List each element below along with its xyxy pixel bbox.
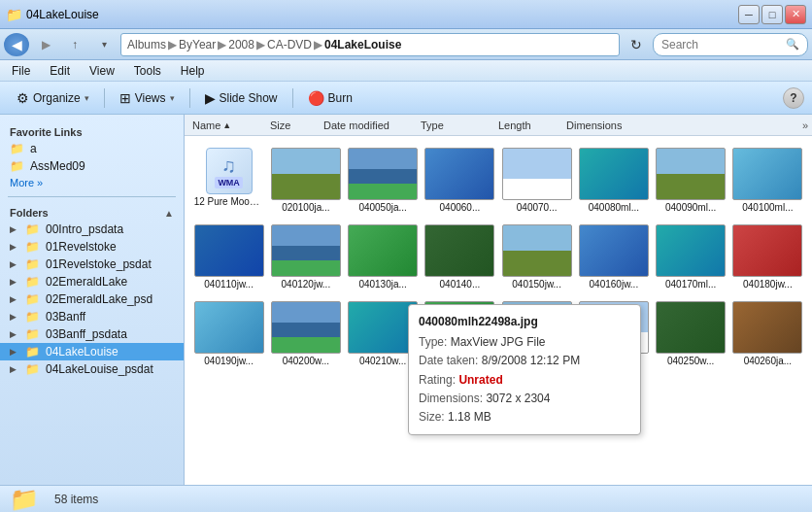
file-name: 040050ja... — [348, 202, 418, 213]
sidebar-item-04lakelouise-psd[interactable]: ▶ 📁 04LakeLouise_psdat — [0, 360, 184, 378]
views-button[interactable]: ⊞ Views ▾ — [111, 85, 184, 111]
expand-icon-04ll-psd: ▶ — [10, 364, 19, 374]
list-item[interactable]: 040180jw... — [731, 221, 804, 293]
sidebar-label-02em-psd: 02EmeraldLake_psd — [46, 292, 152, 306]
sidebar-item-00intro[interactable]: ▶ 📁 00Intro_psdata — [0, 221, 184, 238]
col-header-length[interactable]: Length — [494, 119, 562, 131]
file-thumbnail — [194, 301, 264, 354]
menu-tools[interactable]: Tools — [130, 62, 165, 80]
sidebar-item-03banff-psd[interactable]: ▶ 📁 03Banff_psdata — [0, 325, 184, 343]
expand-icon-02em: ▶ — [10, 277, 19, 287]
folders-header[interactable]: Folders ▲ — [0, 203, 184, 221]
address-bar: ◀ ▶ ↑ ▾ Albums ▶ ByYear ▶ 2008 ▶ CA-DVD … — [0, 29, 812, 60]
expand-icon-01rev-psd: ▶ — [10, 259, 19, 269]
minimize-button[interactable]: ─ — [738, 5, 760, 24]
crumb-byyear: ByYear — [179, 38, 216, 51]
more-link[interactable]: More » — [0, 175, 184, 190]
menu-help[interactable]: Help — [177, 62, 209, 80]
menu-edit[interactable]: Edit — [46, 62, 74, 80]
sidebar-divider — [8, 196, 176, 197]
file-name: 12 Pure Moods.w... — [194, 196, 264, 207]
up-button[interactable]: ↑ — [62, 33, 87, 56]
address-box[interactable]: Albums ▶ ByYear ▶ 2008 ▶ CA-DVD ▶ 04Lake… — [120, 33, 620, 56]
list-item[interactable]: 040100ml... — [731, 144, 804, 217]
organize-button[interactable]: ⚙ Organize ▾ — [8, 85, 98, 111]
tooltip-date-label: Date taken: — [419, 354, 478, 367]
back-button[interactable]: ◀ — [4, 33, 29, 56]
file-name: 020100ja... — [271, 202, 341, 213]
list-item[interactable]: 040110jw... — [192, 221, 265, 293]
sidebar-item-02emerald-psd[interactable]: ▶ 📁 02EmeraldLake_psd — [0, 290, 184, 308]
menu-view[interactable]: View — [85, 62, 118, 80]
file-name: 040160jw... — [579, 279, 649, 290]
close-button[interactable]: ✕ — [785, 5, 806, 24]
list-item[interactable]: 020100ja... — [269, 144, 342, 217]
list-item[interactable]: 040090ml... — [655, 144, 727, 217]
wma-icon: ♫ WMA — [206, 148, 253, 194]
status-count: 58 items — [54, 493, 98, 506]
search-input[interactable] — [661, 38, 786, 51]
file-thumbnail — [271, 148, 341, 200]
list-item[interactable]: 040190jw... — [192, 297, 265, 370]
maximize-button[interactable]: □ — [761, 5, 783, 24]
forward-button[interactable]: ▶ — [33, 33, 58, 56]
list-item[interactable]: 040200w... — [269, 297, 342, 370]
col-header-size[interactable]: Size — [266, 119, 320, 131]
dropdown-button[interactable]: ▾ — [91, 33, 117, 56]
crumb-albums: Albums — [127, 38, 166, 51]
col-header-dimensions[interactable]: Dimensions — [562, 119, 650, 131]
col-header-type[interactable]: Type — [417, 119, 494, 131]
file-thumbnail — [656, 301, 726, 354]
folder-icon-02em: 📁 — [25, 275, 40, 289]
list-item[interactable]: 040250w... — [655, 297, 727, 370]
burn-label: Burn — [328, 91, 353, 105]
sidebar-label-03banff: 03Banff — [46, 310, 85, 324]
sidebar-item-01revelstoke[interactable]: ▶ 📁 01Revelstoke — [0, 238, 184, 256]
menu-file[interactable]: File — [8, 62, 34, 80]
sidebar-item-01revelstoke-psd[interactable]: ▶ 📁 01Revelstoke_psdat — [0, 256, 184, 273]
expand-icon-04ll: ▶ — [10, 347, 19, 357]
file-name: 040140... — [424, 279, 494, 290]
folder-icon-03banff: 📁 — [25, 310, 40, 324]
slideshow-button[interactable]: ▶ Slide Show — [196, 85, 287, 111]
list-item[interactable]: 040260ja... — [731, 297, 804, 370]
folder-icon-04ll-psd: 📁 — [25, 362, 40, 376]
tooltip-type-value: MaxView JPG File — [451, 335, 546, 349]
sidebar-item-04lakelouise[interactable]: ▶ 📁 04LakeLouise — [0, 343, 184, 360]
list-item[interactable]: 040150jw... — [500, 221, 573, 293]
list-item[interactable]: 040170ml... — [655, 221, 727, 293]
wma-badge: WMA — [215, 177, 243, 188]
tooltip-size-label: Size: — [419, 410, 445, 424]
tooltip-size-value: 1.18 MB — [448, 410, 491, 424]
col-header-modified[interactable]: Date modified — [320, 119, 417, 131]
sort-arrow-name: ▲ — [222, 120, 231, 130]
list-item[interactable]: 040060... — [423, 144, 496, 217]
folder-icon-04ll: 📁 — [25, 345, 40, 358]
list-item[interactable]: 040160jw... — [577, 221, 650, 293]
col-more-button[interactable]: » — [802, 119, 808, 131]
sidebar-item-a[interactable]: 📁 a — [0, 140, 184, 157]
sidebar-item-assmed09[interactable]: 📁 AssMed09 — [0, 157, 184, 175]
tooltip-type: Type: MaxView JPG File — [419, 333, 630, 352]
file-thumbnail — [424, 224, 494, 277]
sidebar-item-03banff[interactable]: ▶ 📁 03Banff — [0, 308, 184, 325]
refresh-button[interactable]: ↻ — [624, 33, 649, 56]
list-item[interactable]: 040080ml... — [577, 144, 650, 217]
list-item[interactable]: 040130ja... — [347, 221, 420, 293]
sidebar-item-02emerald[interactable]: ▶ 📁 02EmeraldLake — [0, 273, 184, 290]
file-thumbnail — [656, 148, 726, 200]
list-item[interactable]: ♫ WMA 12 Pure Moods.w... — [192, 144, 265, 217]
help-button[interactable]: ? — [783, 87, 804, 109]
list-item[interactable]: 040140... — [423, 221, 496, 293]
list-item[interactable]: 040050ja... — [347, 144, 420, 217]
list-item[interactable]: 040120jw... — [269, 221, 342, 293]
tooltip-dim-value: 3072 x 2304 — [486, 392, 550, 405]
toolbar-separator-2 — [189, 88, 190, 108]
col-header-name[interactable]: Name ▲ — [188, 119, 266, 131]
file-name: 040060... — [424, 202, 494, 213]
list-item[interactable]: 040070... — [500, 144, 573, 217]
file-name: 040070... — [502, 202, 572, 213]
burn-button[interactable]: 🔴 Burn — [299, 85, 361, 111]
tooltip-date: Date taken: 8/9/2008 12:12 PM — [419, 352, 630, 370]
search-box[interactable]: 🔍 — [653, 33, 808, 56]
